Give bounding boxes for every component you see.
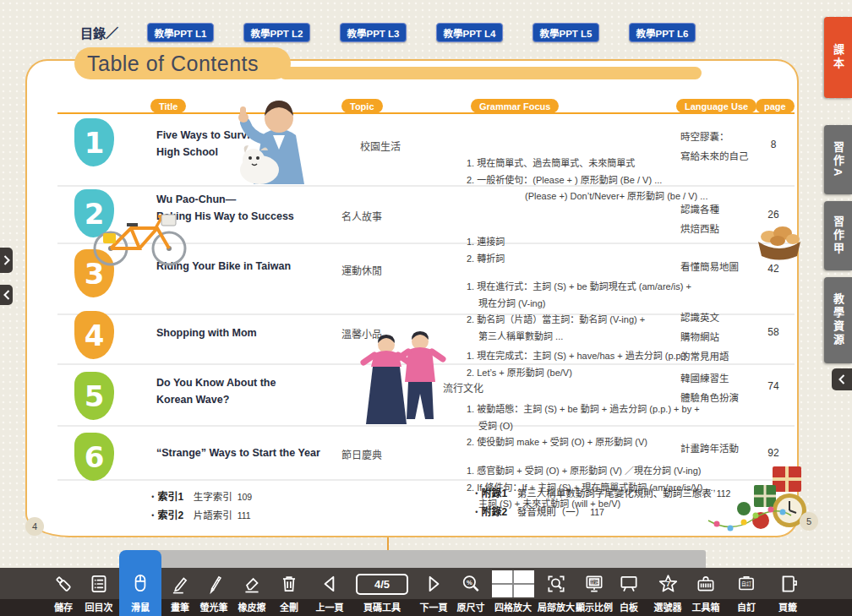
- page-number-tool[interactable]: 4/5 頁碼工具: [352, 568, 412, 616]
- christmas-gifts-clock-photo: [707, 461, 815, 541]
- highlighter-tool-button[interactable]: 螢光筆: [194, 568, 234, 616]
- lesson-topic: 運動休閒: [341, 263, 382, 277]
- chevron-left-icon[interactable]: [832, 368, 852, 390]
- save-button[interactable]: 儲存: [43, 568, 84, 616]
- four-grid-icon: [492, 570, 534, 598]
- ppt-button-l5[interactable]: 教學PPT L5: [532, 23, 599, 42]
- lesson-page-number: 58: [755, 326, 792, 338]
- page-title-banner-tail: [279, 67, 702, 79]
- column-header-language: Language Use: [676, 99, 756, 113]
- highlighter-icon: [203, 570, 225, 598]
- next-page-icon: [423, 570, 445, 598]
- pencil-icon: [169, 570, 191, 598]
- lesson-page-number: 74: [755, 380, 792, 392]
- svg-text:%: %: [467, 579, 472, 586]
- column-header-title: Title: [150, 99, 186, 113]
- bread-basket-photo: [754, 203, 805, 265]
- eraser-icon: [241, 570, 263, 598]
- number-picker-button[interactable]: 7 選號器: [647, 568, 688, 616]
- area-zoom-button[interactable]: 局部放大: [536, 568, 576, 616]
- ppt-button-l3[interactable]: 教學PPT L3: [340, 23, 407, 42]
- lesson-page-number: 8: [755, 139, 792, 150]
- ppt-button-l2[interactable]: 教學PPT L2: [243, 23, 310, 42]
- trash-icon: [278, 570, 300, 598]
- lesson-language-use: 計畫跨年活動: [680, 439, 767, 459]
- chevron-right-icon[interactable]: [0, 248, 13, 273]
- svg-text:固定: 固定: [589, 579, 599, 586]
- lesson-language-use: 時空膠囊：寫給未來的自己: [680, 128, 767, 166]
- chevron-left-icon[interactable]: [0, 285, 13, 305]
- column-header-topic: Topic: [341, 99, 383, 113]
- column-header-grammar: Grammar Focus: [471, 99, 559, 113]
- usb-drive-icon: [52, 570, 74, 598]
- contents-list-icon: [88, 570, 110, 598]
- mouse-tool-button[interactable]: 滑鼠: [119, 550, 161, 616]
- student-thumbs-up-with-dog-photo: [216, 89, 342, 188]
- bottom-toolbar: 儲存 回目次 滑鼠 畫筆 螢光筆: [0, 568, 852, 616]
- breadcrumb: 目錄／: [80, 24, 118, 41]
- number-picker-icon: 7: [657, 570, 680, 598]
- display-ratio-icon: 固定: [583, 570, 605, 598]
- toolbox-icon: [695, 570, 717, 598]
- lesson-title: Do You Know About theKorean Wave?: [156, 374, 330, 408]
- appendix-item: ・附錄2 發音規則（一）117: [472, 504, 604, 518]
- previous-page-button[interactable]: 上一頁: [309, 568, 350, 616]
- lesson-title: Shopping with Mom: [156, 324, 330, 341]
- whiteboard-button[interactable]: 白板: [609, 568, 649, 616]
- delete-all-button[interactable]: 全刪: [269, 568, 309, 616]
- custom-toolbox-button[interactable]: 自訂 自訂: [726, 568, 767, 616]
- page-marker-right: 5: [800, 512, 818, 531]
- page-indicator[interactable]: 4/5: [356, 574, 408, 595]
- ppt-button-l1[interactable]: 教學PPT L1: [147, 23, 214, 42]
- mouse-icon: [129, 569, 151, 597]
- svg-text:自訂: 自訂: [741, 581, 751, 587]
- toolbar-backdrop-panel: [148, 550, 706, 568]
- lesson-topic: 名人故事: [341, 209, 382, 223]
- svg-text:7: 7: [665, 580, 669, 588]
- prev-page-icon: [319, 570, 341, 598]
- eraser-tool-button[interactable]: 橡皮擦: [232, 568, 272, 616]
- orange-bicycle-photo: [87, 199, 193, 270]
- zoom-area-icon: [545, 570, 567, 598]
- appendix-item: ・附錄1 第三人稱單數動詞字尾變化規則、動詞三態表112: [472, 485, 730, 499]
- page-tabs-icon: [777, 570, 799, 598]
- index-item: ・索引2 片語索引111: [148, 507, 251, 521]
- lesson-topic: 節日慶典: [341, 447, 382, 461]
- whiteboard-icon: [618, 570, 640, 598]
- back-to-contents-button[interactable]: 回目次: [79, 568, 119, 616]
- side-tab-workbook-a[interactable]: 習作A: [824, 125, 852, 194]
- lesson-topic: 校園生活: [360, 139, 401, 153]
- page-marker-left: 4: [25, 517, 44, 536]
- toolbox-button[interactable]: 工具箱: [685, 568, 726, 616]
- ppt-button-l4[interactable]: 教學PPT L4: [436, 23, 503, 42]
- lesson-page-number: 92: [755, 447, 792, 459]
- index-item: ・索引1 生字索引109: [148, 488, 252, 503]
- page-title: Table of Contents: [87, 52, 259, 76]
- original-size-button[interactable]: % 原尺寸: [451, 568, 491, 616]
- page-tabs-button[interactable]: 頁籤: [767, 568, 808, 616]
- lesson-title: “Strange” Ways to Start the Year: [156, 444, 330, 461]
- column-header-page: page: [756, 99, 795, 113]
- lesson-language-use: 認識英文購物網站的常見用語: [680, 308, 767, 367]
- hanbok-couple-photo: [359, 330, 447, 430]
- lesson-language-use: 韓國練習生體驗角色扮演: [680, 369, 767, 408]
- custom-toolbox-icon: 自訂: [735, 570, 757, 598]
- four-grid-zoom-button[interactable]: 四格放大: [489, 568, 537, 616]
- side-tab-workbook-jia[interactable]: 習作甲: [824, 201, 852, 270]
- zoom-original-icon: %: [460, 570, 482, 598]
- ppt-button-l6[interactable]: 教學PPT L6: [629, 23, 696, 42]
- page-title-banner: Table of Contents: [74, 47, 291, 79]
- side-tab-textbook[interactable]: 課本: [824, 17, 852, 98]
- side-tab-teaching-resources[interactable]: 教學資源: [824, 277, 852, 363]
- next-page-button[interactable]: 下一頁: [413, 568, 454, 616]
